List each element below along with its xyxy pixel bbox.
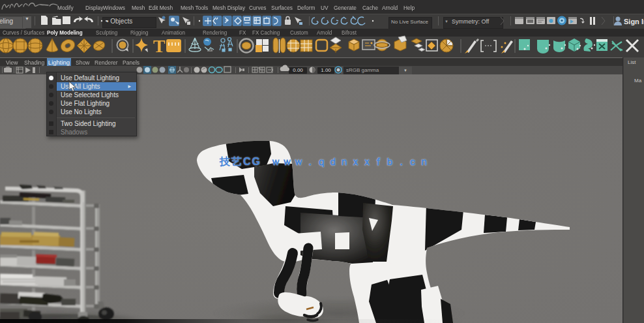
svg-text:T: T xyxy=(153,36,166,56)
